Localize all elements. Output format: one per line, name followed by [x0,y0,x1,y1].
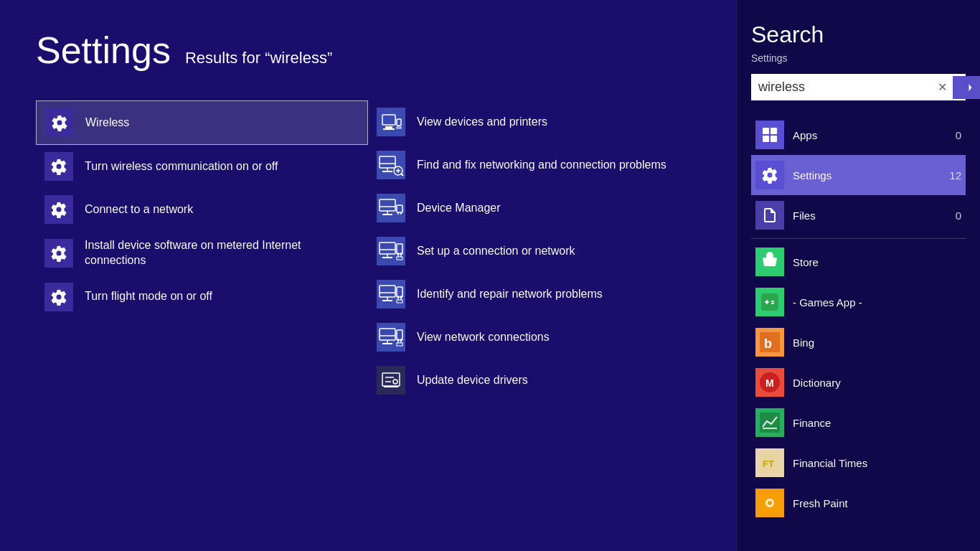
svg-text:M: M [765,377,774,389]
setting-label-flight-mode: Turn flight mode on or off [85,289,212,304]
setting-icon-connect-network [44,195,73,224]
files-icon [755,201,784,230]
svg-point-72 [768,501,772,505]
svg-rect-32 [377,280,405,309]
search-scope: Settings [751,52,966,64]
svg-rect-6 [377,151,405,179]
setting-icon-turn-wireless [44,152,73,181]
settings-count: 12 [949,169,961,182]
settings-column-left: Wireless Turn wireless communication on … [36,100,368,402]
search-title: Search [751,22,966,48]
app-item-settings[interactable]: Settings 12 [751,155,966,195]
apps-label: Apps [793,129,947,141]
apps-count: 0 [956,129,961,141]
store-label: Store [793,256,961,268]
files-label: Files [793,209,947,222]
setting-label-update-drivers: Update device drivers [417,373,528,388]
svg-rect-3 [383,128,395,130]
svg-rect-60 [761,293,778,311]
search-go-button[interactable] [953,76,980,99]
svg-rect-23 [377,237,405,265]
setting-item-view-devices[interactable]: View devices and printers [368,100,700,143]
setting-item-find-fix[interactable]: Find and fix networking and connection p… [368,143,700,187]
app-item-financial-times[interactable]: FT Financial Times [751,443,966,483]
setting-label-setup-connection: Set up a connection or network [417,244,575,259]
dictionary-label: Dictionary [793,377,961,389]
net-icon-view-devices [377,108,405,136]
setting-label-install-device: Install device software on metered Inter… [85,238,359,268]
app-item-fresh-paint[interactable]: Fresh Paint [751,483,966,523]
setting-item-identify-repair[interactable]: Identify and repair network problems [368,273,700,316]
app-item-store[interactable]: Store [751,242,966,282]
dictionary-icon: M [755,368,784,397]
setting-label-view-network: View network connections [417,330,550,345]
setting-label-identify-repair: Identify and repair network problems [417,287,603,302]
settings-icon [755,161,784,189]
svg-rect-19 [382,214,392,215]
page-header: Settings Results for “wireless” [36,29,700,72]
setting-item-setup-connection[interactable]: Set up a connection or network [368,230,700,273]
app-item-dictionary[interactable]: M Dictionary [751,362,966,402]
setting-label-view-devices: View devices and printers [417,115,547,130]
freshpaint-icon [755,489,784,517]
sidebar: Search Settings ✕ Apps 0 Se [736,0,980,551]
svg-rect-56 [763,128,769,134]
app-item-bing[interactable]: b Bing [751,322,966,362]
net-icon-setup-connection [377,237,405,265]
setting-label-connect-network: Connect to a network [85,202,193,217]
app-item-apps[interactable]: Apps 0 [751,115,966,155]
svg-rect-10 [382,171,392,172]
setting-item-update-drivers[interactable]: Update device drivers [368,359,700,402]
setting-item-connect-network[interactable]: Connect to a network [36,188,368,231]
bing-icon: b [755,328,784,357]
app-item-games[interactable]: - Games App - [751,282,966,322]
freshpaint-label: Fresh Paint [793,497,961,509]
page-title: Settings [36,29,171,72]
settings-column-right: View devices and printers [368,100,700,402]
divider [751,238,966,239]
games-icon [755,288,784,316]
svg-text:b: b [764,336,772,351]
settings-app-label: Settings [793,169,941,182]
setting-icon-flight-mode [44,283,73,311]
app-item-finance[interactable]: Finance [751,402,966,443]
svg-rect-36 [382,300,392,301]
files-count: 0 [956,209,961,222]
svg-rect-15 [377,194,405,222]
setting-item-view-network[interactable]: View network connections [368,316,700,359]
svg-rect-45 [382,343,392,344]
finance-label: Finance [793,417,961,429]
setting-item-wireless[interactable]: Wireless [36,100,368,145]
ft-label: Financial Times [793,457,961,469]
setting-label-find-fix: Find and fix networking and connection p… [417,158,666,173]
search-input[interactable] [751,74,932,100]
svg-rect-58 [763,136,769,142]
app-item-files[interactable]: Files 0 [751,195,966,235]
svg-rect-2 [385,126,392,128]
setting-label-turn-wireless: Turn wireless communication on or off [85,159,278,174]
games-label: - Games App - [793,296,961,309]
svg-rect-41 [377,323,405,352]
net-icon-update-drivers [377,366,405,395]
setting-item-flight-mode[interactable]: Turn flight mode on or off [36,276,368,319]
setting-item-turn-wireless[interactable]: Turn wireless communication on or off [36,145,368,188]
search-clear-button[interactable]: ✕ [932,77,953,97]
setting-label-device-manager: Device Manager [417,201,501,216]
svg-rect-57 [771,128,777,134]
setting-icon-install-device [44,239,73,268]
svg-rect-27 [382,257,392,258]
net-icon-device-manager [377,194,405,222]
setting-label-wireless: Wireless [85,116,129,131]
setting-item-install-device[interactable]: Install device software on metered Inter… [36,231,368,276]
search-box: ✕ [751,74,966,100]
svg-rect-50 [377,366,405,395]
bing-label: Bing [793,336,961,349]
svg-rect-59 [771,136,777,142]
net-icon-view-network [377,323,405,352]
apps-icon [755,121,784,149]
setting-item-device-manager[interactable]: Device Manager [368,187,700,230]
finance-icon [755,408,784,437]
setting-icon-wireless [45,108,74,137]
settings-columns: Wireless Turn wireless communication on … [36,100,700,402]
net-icon-identify-repair [377,280,405,309]
